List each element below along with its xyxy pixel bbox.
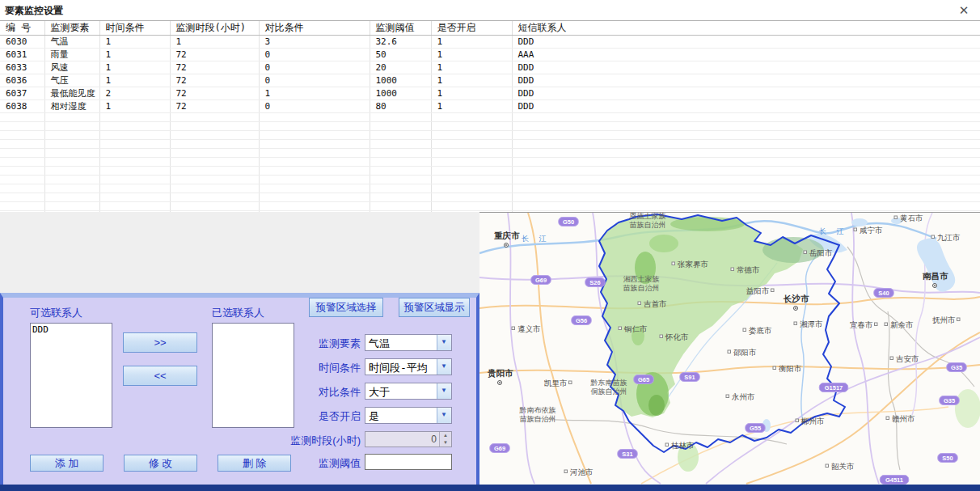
map-label: 娄底市 [749, 326, 772, 335]
threshold-input[interactable] [365, 454, 452, 470]
available-contacts-list[interactable]: DDD [30, 323, 112, 428]
map-label: 永州市 [731, 392, 755, 401]
table-cell: 风速 [44, 61, 99, 74]
table-row-empty [0, 149, 980, 158]
map-label: 河池市 [569, 468, 593, 476]
column-header[interactable]: 是否开启 [431, 21, 512, 36]
map-label: S91 [684, 374, 695, 381]
table-row[interactable]: 6030气温11332.61DDD [0, 36, 980, 49]
table-cell: 1 [99, 61, 170, 74]
map-label: G55 [750, 425, 761, 432]
chevron-down-icon[interactable] [437, 359, 451, 375]
table-row-empty [0, 184, 980, 193]
element-combo[interactable]: 气温 [365, 334, 452, 351]
map-label: 铜仁市 [623, 324, 648, 333]
map-marker [564, 470, 568, 473]
warn-area-select-button[interactable]: 预警区域选择 [309, 298, 383, 317]
list-item[interactable]: DDD [31, 324, 112, 336]
map-svg[interactable]: 重庆市黄石市咸宁市九江市南昌市岳阳市张家界市常德市益阳市长沙市湘潭市娄底市邵阳市… [479, 213, 980, 485]
map-marker [728, 350, 731, 353]
map-label: 南昌市 [923, 271, 948, 281]
modify-button[interactable]: 修 改 [124, 455, 197, 472]
map-marker [826, 464, 829, 468]
enabled-combo[interactable]: 是 [365, 407, 452, 424]
map-label: G4511 [885, 476, 903, 484]
map-label: S40 [878, 290, 889, 297]
map-marker [726, 395, 729, 398]
table-cell: 1 [431, 49, 512, 61]
compare-combo[interactable]: 大于 [365, 383, 452, 400]
table-cell: 80 [370, 100, 431, 113]
map-label: 遵义市 [517, 324, 541, 333]
table-row-empty [0, 167, 980, 176]
spinner-arrows[interactable]: ▲▼ [439, 432, 451, 447]
column-header[interactable]: 时间条件 [99, 21, 170, 36]
add-button[interactable]: 添 加 [30, 455, 103, 472]
chevron-down-icon[interactable] [437, 408, 451, 423]
map-label: 怀化市 [665, 332, 689, 341]
move-right-button[interactable]: >> [123, 332, 197, 353]
close-icon[interactable]: ✕ [956, 2, 972, 19]
map-marker [885, 323, 888, 326]
table-row[interactable]: 6031雨量1720501AAA [0, 49, 980, 61]
table-cell: 1 [99, 74, 170, 87]
table-row[interactable]: 6036气压172010001DDD [0, 74, 980, 87]
map-label: 赣州市 [892, 414, 915, 423]
table-cell: 1 [99, 100, 170, 113]
enabled-label: 是否开启 [270, 409, 361, 424]
table-cell: 32.6 [370, 36, 431, 49]
settings-panel: 可选联系人 已选联系人 DDD >> << 添 加 修 改 删 除 预警区域选择… [0, 293, 479, 485]
time-cond-value: 时间段-平均 [369, 361, 428, 375]
column-header[interactable]: 短信联系人 [512, 21, 980, 36]
table-cell: 2 [99, 87, 170, 100]
map-marker [672, 262, 675, 265]
map-label: 郴州市 [800, 417, 825, 425]
column-header[interactable]: 监测要素 [44, 21, 99, 36]
time-cond-combo[interactable]: 时间段-平均 [365, 358, 452, 375]
table-cell: 1 [431, 61, 512, 74]
table-cell: 6037 [0, 87, 44, 100]
map-panel[interactable]: 重庆市黄石市咸宁市九江市南昌市岳阳市张家界市常德市益阳市长沙市湘潭市娄底市邵阳市… [479, 213, 980, 485]
map-marker [638, 302, 641, 305]
table-row[interactable]: 6038相对湿度1720801DDD [0, 100, 980, 113]
map-label: 九江市 [937, 233, 961, 242]
move-left-button[interactable]: << [123, 366, 197, 386]
table-row-empty [0, 131, 980, 140]
period-value: 0 [431, 434, 437, 445]
table-cell: 72 [170, 74, 259, 87]
column-header[interactable]: 对比条件 [259, 21, 370, 36]
map-label: 苗族自治州 [520, 415, 556, 423]
map-marker [743, 328, 746, 332]
compare-value: 大于 [369, 385, 390, 400]
map-marker [512, 327, 515, 330]
table-cell: 50 [370, 49, 431, 61]
table-cell: 72 [170, 87, 259, 100]
table-cell: DDD [512, 61, 980, 74]
map-label: 吉安市 [896, 354, 919, 363]
warn-area-show-button[interactable]: 预警区域显示 [399, 298, 470, 317]
column-header[interactable]: 监测阈值 [370, 21, 431, 36]
map-label: 衡阳市 [779, 364, 802, 373]
table-cell: 72 [170, 100, 259, 113]
map-label: 益阳市 [746, 286, 770, 295]
chevron-down-icon[interactable] [437, 383, 451, 399]
map-label: 贵阳市 [487, 368, 513, 379]
spinner-up-icon[interactable]: ▲ [440, 432, 451, 439]
table-row-empty [0, 113, 980, 122]
map-label: 湘潭市 [800, 320, 823, 328]
table-row[interactable]: 6037最低能见度272110001DDD [0, 87, 980, 100]
column-header[interactable]: 编 号 [0, 21, 44, 36]
column-header[interactable]: 监测时段(小时) [170, 21, 259, 36]
period-spinner[interactable]: 0 ▲▼ [365, 431, 452, 447]
map-label: G56 [576, 317, 587, 324]
table-cell: 6036 [0, 74, 44, 87]
table-cell: 1 [99, 49, 170, 61]
map-marker [569, 381, 572, 384]
spinner-down-icon[interactable]: ▼ [440, 439, 451, 447]
map-label: S26 [589, 279, 600, 286]
chevron-down-icon[interactable] [437, 335, 451, 350]
map-label: G50 [563, 218, 574, 226]
table-row[interactable]: 6033风速1720201DDD [0, 61, 980, 74]
map-marker [796, 419, 799, 422]
table-cell: 1 [431, 100, 512, 113]
